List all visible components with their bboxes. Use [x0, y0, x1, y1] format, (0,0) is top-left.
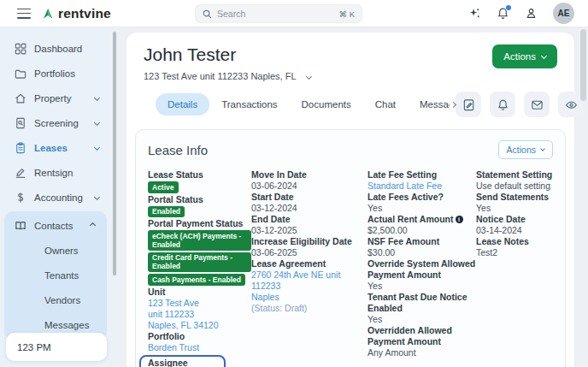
- sidebar-item-dashboard[interactable]: Dashboard: [0, 36, 111, 61]
- sidebar-item-contacts[interactable]: Contacts: [4, 213, 107, 238]
- topbar-actions: AE: [468, 3, 578, 24]
- field-label: Unit: [148, 287, 251, 298]
- hamburger-menu-icon[interactable]: [17, 9, 31, 19]
- sidebar-item-accounting[interactable]: Accounting: [0, 185, 111, 210]
- page-header: John Tester 123 Test Ave unit 112233 Nap…: [144, 44, 557, 81]
- scrollbar-thumb[interactable]: [580, 29, 586, 101]
- field-label: Assignee: [148, 358, 217, 367]
- field-value: $30.00: [368, 247, 476, 258]
- status-badge: Active: [148, 181, 179, 193]
- topbar: rentvine Search ⌘ K AE: [0, 0, 588, 27]
- sidebar-item-vendors[interactable]: Vendors: [4, 287, 107, 312]
- app-shell: Dashboard Portfolios Property Screening …: [0, 27, 588, 367]
- chevron-down-icon: [540, 146, 545, 151]
- unit-link[interactable]: Naples, FL 34120: [148, 320, 251, 331]
- unit-link[interactable]: 123 Test Ave: [148, 298, 251, 309]
- status-badge: eCheck (ACH) Payments - Enabled: [148, 230, 251, 251]
- clipboard-pencil-icon: [462, 98, 475, 111]
- ai-sparkles-icon[interactable]: [468, 7, 481, 20]
- notifications-bell-icon[interactable]: [497, 7, 509, 20]
- reminders-button[interactable]: [490, 92, 515, 117]
- late-fee-setting-link[interactable]: Standard Late Fee: [368, 181, 476, 192]
- tab-documents[interactable]: Documents: [290, 93, 363, 115]
- field-value: 03-06-2025: [251, 247, 368, 258]
- field-label: Portal Payment Status: [148, 218, 251, 229]
- field-value: Yes: [368, 281, 476, 292]
- lease-info-title: Lease Info: [148, 143, 208, 157]
- field-label: NSF Fee Amount: [368, 236, 476, 247]
- tab-chat[interactable]: Chat: [363, 93, 408, 115]
- search-shortcut: ⌘ K: [339, 9, 355, 19]
- support-person-icon[interactable]: [525, 7, 538, 20]
- chevron-down-icon: [94, 95, 100, 101]
- eye-icon: [565, 98, 578, 111]
- field-label: Late Fees Active?: [368, 192, 476, 203]
- window-scrollbar[interactable]: [580, 29, 586, 365]
- notification-badge: [506, 5, 511, 10]
- sidebar-item-screening[interactable]: Screening: [0, 110, 111, 135]
- notes-edit-button[interactable]: [456, 92, 481, 117]
- chevron-down-icon: [541, 52, 547, 58]
- sidebar-item-tenants[interactable]: Tenants: [4, 263, 107, 287]
- field-label: Lease Agreement: [251, 258, 368, 269]
- document-search-icon: [15, 117, 26, 129]
- tab-messages[interactable]: Messages: [408, 93, 450, 115]
- sidebar-item-rentsign[interactable]: Rentsign: [0, 160, 111, 185]
- tabs-row: Details Transactions Documents Chat Mess…: [156, 92, 566, 117]
- open-book-icon: [15, 220, 26, 232]
- sidebar-item-owners[interactable]: Owners: [4, 238, 107, 263]
- field-label: Start Date: [251, 192, 368, 203]
- tab-details[interactable]: Details: [156, 93, 209, 115]
- lease-info-col-4: Statement Setting Use default setting Se…: [476, 169, 553, 367]
- lease-agreement-link[interactable]: 2760 24th Ave NE unit 112233: [251, 269, 368, 292]
- lease-info-col-1: Lease Status Active Portal Status Enable…: [148, 169, 251, 367]
- tabs-scroll-area: Details Transactions Documents Chat Mess…: [156, 93, 450, 115]
- house-icon: [15, 92, 26, 104]
- field-value: 03-12-2025: [251, 225, 368, 236]
- assignee-highlight-box: Assignee Walter DeVeas: [139, 355, 226, 367]
- app-logo[interactable]: rentvine: [41, 6, 111, 21]
- status-badge: Enabled: [148, 206, 185, 218]
- field-label: Actual Rent Amount: [368, 214, 476, 225]
- sidebar-item-leases[interactable]: Leases: [0, 135, 111, 160]
- email-button[interactable]: [524, 92, 550, 117]
- sidebar-group-contacts: Contacts Owners Tenants Vendors Messages: [4, 211, 107, 340]
- dashboard-grid-icon: [15, 43, 26, 55]
- field-value: Test2: [476, 247, 553, 258]
- sidebar-item-property[interactable]: Property: [0, 86, 111, 110]
- status-badge: Cash Payments - Enabled: [148, 274, 245, 286]
- address-selector[interactable]: 123 Test Ave unit 112233 Naples, FL: [144, 71, 311, 81]
- chevron-down-icon: [94, 145, 100, 151]
- info-icon[interactable]: [456, 216, 463, 223]
- lease-info-fields: Lease Status Active Portal Status Enable…: [148, 169, 553, 367]
- tab-transactions[interactable]: Transactions: [209, 93, 289, 115]
- page-actions-button[interactable]: Actions: [492, 44, 557, 68]
- unit-link[interactable]: unit 112233: [148, 309, 251, 320]
- portfolio-link[interactable]: Borden Trust: [148, 342, 251, 353]
- field-label: Lease Notes: [476, 236, 553, 247]
- field-label: Statement Setting: [476, 169, 553, 181]
- sidebar-item-portfolios[interactable]: Portfolios: [0, 61, 111, 86]
- user-avatar[interactable]: AE: [553, 3, 574, 24]
- tenant-page-card: John Tester 123 Test Ave unit 112233 Nap…: [126, 33, 574, 367]
- global-search-input[interactable]: Search ⌘ K: [195, 4, 362, 23]
- quick-action-buttons: [456, 92, 584, 117]
- field-label: Late Fee Setting: [368, 169, 476, 181]
- lease-info-actions-button[interactable]: Actions: [498, 140, 553, 159]
- sidebar: Dashboard Portfolios Property Screening …: [0, 27, 111, 367]
- organization-switcher[interactable]: 123 PM: [6, 333, 107, 361]
- folder-icon: [15, 68, 26, 80]
- tabs-overflow-chevron-icon[interactable]: [451, 103, 456, 107]
- field-value: Any Amount: [368, 347, 476, 358]
- field-value: 03-14-2024: [476, 225, 553, 236]
- field-value: Yes: [476, 203, 553, 214]
- status-badge: Credit Card Payments - Enabled: [148, 252, 251, 273]
- chevron-down-icon: [94, 120, 100, 126]
- lease-agreement-link[interactable]: Naples: [251, 292, 368, 303]
- lease-info-card: Lease Info Actions Lease Status Active P…: [135, 129, 566, 367]
- logo-text: rentvine: [58, 6, 111, 21]
- field-label: Lease Status: [148, 169, 251, 181]
- field-label: Notice Date: [476, 214, 553, 225]
- field-label: Overridden Allowed Payment Amount: [368, 325, 476, 347]
- clipboard-icon: [15, 142, 26, 154]
